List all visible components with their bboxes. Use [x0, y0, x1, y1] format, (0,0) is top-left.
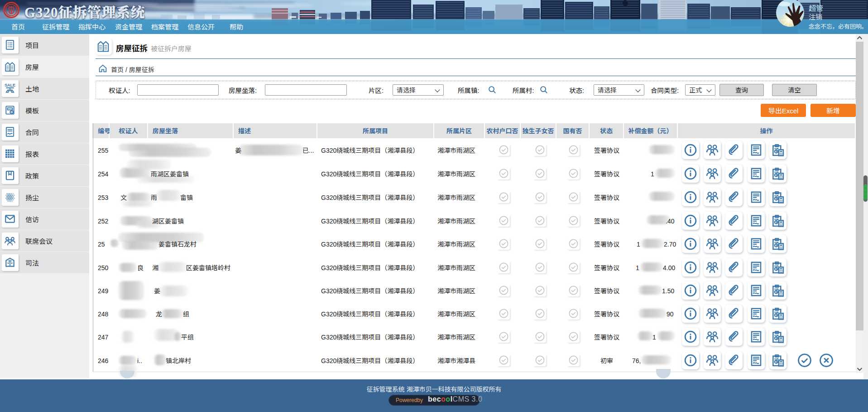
- svg-text:SALE: SALE: [5, 83, 15, 87]
